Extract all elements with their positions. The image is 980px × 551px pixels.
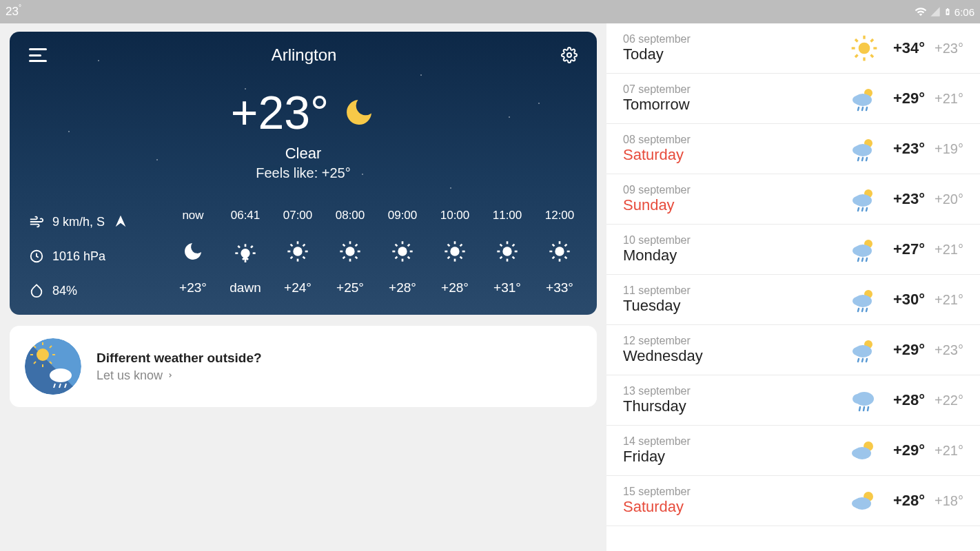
menu-button[interactable] [29,48,47,62]
day-high-temp: +27° [893,240,925,258]
wifi-icon [915,6,927,18]
feedback-title: Different weather outside? [96,351,262,366]
day-high-temp: +28° [893,492,925,510]
svg-point-107 [853,247,862,255]
sun-icon [391,239,414,264]
day-high-temp: +23° [893,140,925,158]
day-date: 09 september [623,184,848,196]
rain-sun-icon [848,185,881,213]
day-high-temp: +29° [893,341,925,359]
settings-button[interactable] [561,47,578,63]
day-low-temp: +21° [935,91,963,107]
day-row[interactable]: 14 september Friday +29° +21° [606,426,980,476]
sun-icon [549,239,571,264]
svg-line-57 [553,245,555,247]
battery-icon [943,6,952,18]
svg-line-58 [565,257,567,259]
hour-time: 10:00 [440,209,470,222]
day-name: Today [623,45,848,63]
day-row[interactable]: 10 september Monday +27° +21° [606,225,980,275]
svg-point-89 [853,96,862,104]
daily-forecast-list[interactable]: 06 september Today +34° +23° 07 septembe… [606,23,980,551]
svg-line-114 [858,309,859,311]
day-row[interactable]: 09 september Sunday +23° +20° [606,174,980,225]
svg-line-90 [858,107,859,110]
svg-point-45 [502,247,511,256]
current-weather-card: Arlington +23° Clear Feels like: +25° 9 … [10,32,597,315]
hour-time: 08:00 [336,209,365,222]
svg-line-91 [862,107,863,110]
partly-icon [848,487,881,514]
day-name: Wednesday [623,347,848,365]
day-row[interactable]: 15 september Saturday +28° +18° [606,476,980,526]
svg-line-39 [448,245,450,247]
svg-line-97 [862,158,863,160]
day-row[interactable]: 08 september Saturday +23° +19° [606,124,980,174]
day-low-temp: +23° [935,41,963,56]
svg-line-104 [866,208,867,211]
svg-point-124 [853,394,864,404]
day-low-temp: +21° [935,443,963,459]
sun-icon [848,34,881,62]
day-date: 12 september [623,335,848,347]
hour-temp: +25° [336,280,364,295]
hour-temp: +23° [179,280,207,295]
day-row[interactable]: 06 september Today +34° +23° [606,23,980,74]
hour-column: now +23° [167,209,219,298]
svg-line-120 [858,359,859,362]
day-name: Monday [623,247,848,264]
status-bar: 23° 6:06 [0,0,980,23]
svg-line-26 [356,245,358,247]
condition-text: Clear [29,145,578,163]
status-temp: 23° [6,5,19,19]
svg-line-16 [291,257,293,259]
svg-line-52 [500,257,502,259]
hour-time: 07:00 [283,209,313,222]
svg-point-36 [450,247,459,256]
day-row[interactable]: 12 september Wednesday +29° +23° [606,325,980,375]
svg-line-53 [513,245,515,247]
svg-line-62 [565,245,567,247]
feels-like-text: Feels like: +25° [29,165,578,181]
hour-time: 12:00 [545,209,575,222]
sunrise-icon [234,239,256,264]
feedback-card[interactable]: Different weather outside? Let us know [10,326,597,407]
hour-temp: +28° [389,280,416,295]
hour-temp: +33° [546,280,573,295]
hour-column: 09:00 +28° [376,209,429,298]
day-date: 13 september [623,385,848,397]
svg-line-108 [858,258,859,261]
svg-line-110 [866,258,867,261]
day-date: 08 september [623,134,848,146]
svg-point-18 [345,247,354,256]
day-date: 07 september [623,83,848,96]
sun-icon [287,239,309,264]
day-row[interactable]: 07 september Tomorrow +29° +21° [606,74,980,124]
day-row[interactable]: 13 september Thursday +28° +22° [606,375,980,426]
svg-point-95 [853,146,862,154]
svg-point-0 [567,53,571,57]
wind-metric: 9 km/h, S [29,214,153,229]
hour-temp: +31° [493,280,521,295]
hour-column: 10:00 +28° [429,209,481,298]
hour-time: 11:00 [493,209,522,222]
day-low-temp: +21° [935,292,963,308]
day-low-temp: +20° [935,191,963,207]
hour-time: 06:41 [231,209,261,222]
svg-point-113 [853,297,862,305]
svg-line-25 [343,257,345,259]
hourly-forecast[interactable]: now +23° 06:41 dawn 07:00 +24° 08:00 +25… [167,209,578,298]
moon-icon [343,96,376,129]
svg-line-48 [500,245,502,247]
wind-icon [29,214,44,229]
day-date: 10 september [623,234,848,247]
svg-line-92 [866,107,867,110]
day-date: 06 september [623,33,848,45]
rain-sun-icon [848,85,881,112]
svg-line-22 [356,257,358,259]
svg-line-81 [855,39,858,42]
day-row[interactable]: 11 september Tuesday +30° +21° [606,275,980,325]
rain-icon [848,386,881,414]
day-high-temp: +30° [893,291,925,309]
day-low-temp: +22° [935,393,963,408]
